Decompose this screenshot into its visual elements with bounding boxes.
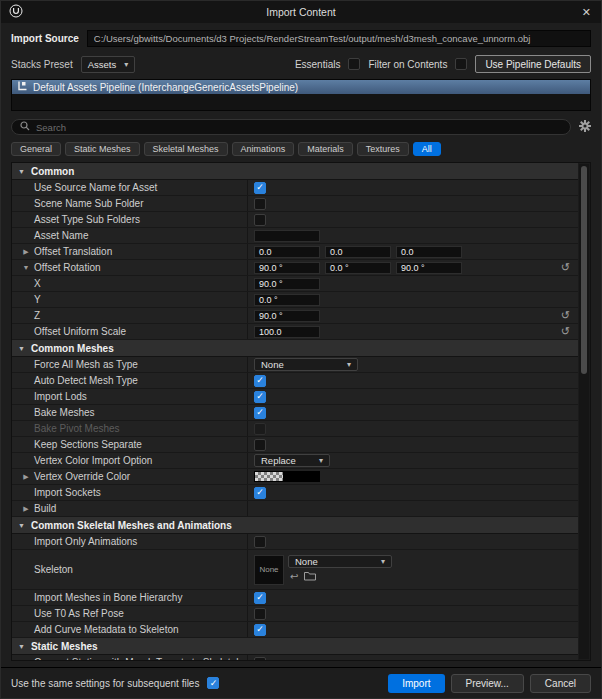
property-grid: ▼ Common Use Source Name for Asset ✓ Sce… [11,162,591,661]
keep-sections-separate-checkbox[interactable]: ✓ [254,439,266,451]
rotation-z-field[interactable]: 90.0 ° [254,310,320,322]
tab-textures[interactable]: Textures [357,142,409,156]
close-icon[interactable]: ✕ [580,6,593,19]
footer-bar: Use the same settings for subsequent fil… [1,667,601,698]
import-content-dialog: Import Content ✕ Import Source Stacks Pr… [0,0,602,699]
check-icon: ✓ [256,183,264,192]
search-icon [20,121,30,133]
scene-name-sub-folder-checkbox[interactable]: ✓ [254,198,266,210]
stacks-preset-dropdown[interactable]: Assets ▾ [81,56,136,73]
property-label: Import Meshes in Bone Hierarchy [34,592,182,603]
rotation-y-field[interactable]: 0.0 ° [254,294,320,306]
vertical-scrollbar[interactable] [579,164,589,659]
import-lods-checkbox[interactable]: ✓ [254,391,266,403]
browse-to-asset-icon[interactable] [304,571,316,583]
section-header-common-meshes[interactable]: ▼ Common Meshes [12,340,578,357]
section-header-static-meshes[interactable]: ▼ Static Meshes [12,638,578,655]
use-t0-as-ref-pose-checkbox[interactable]: ✓ [254,608,266,620]
import-button[interactable]: Import [388,674,444,693]
row-vertex-override-color: ▶Vertex Override Color [12,469,578,485]
offset-rotation-y-field[interactable]: 0.0 ° [325,262,391,274]
row-use-source-name: Use Source Name for Asset ✓ [12,180,578,196]
settings-gear-icon[interactable] [579,120,591,134]
property-label: Skeleton [34,564,73,575]
row-force-all-mesh-as-type: Force All Mesh as Type None ▾ [12,357,578,373]
bake-meshes-checkbox[interactable]: ✓ [254,407,266,419]
row-auto-detect-mesh-type: Auto Detect Mesh Type ✓ [12,373,578,389]
reset-to-default-icon[interactable]: ↺ [561,326,570,337]
expander-open-icon[interactable]: ▼ [18,643,25,650]
offset-translation-z-field[interactable]: 0.0 [396,246,462,258]
property-label: Bake Pivot Meshes [34,423,120,434]
same-settings-checkbox[interactable]: ✓ [207,677,219,689]
row-asset-name: Asset Name [12,228,578,244]
property-label: Keep Sections Separate [34,439,142,450]
row-rotation-z: Z 90.0 ° ↺ [12,308,578,324]
property-label: Build [34,503,56,514]
use-source-name-checkbox[interactable]: ✓ [254,182,266,194]
tab-animations[interactable]: Animations [232,142,295,156]
offset-rotation-x-field[interactable]: 90.0 ° [254,262,320,274]
bake-pivot-meshes-checkbox: ✓ [254,423,266,435]
import-sockets-checkbox[interactable]: ✓ [254,487,266,499]
tab-materials[interactable]: Materials [298,142,353,156]
offset-rotation-z-field[interactable]: 90.0 ° [396,262,462,274]
pipeline-icon [17,81,27,93]
expander-open-icon[interactable]: ▼ [18,522,25,529]
category-tabs: General Static Meshes Skeletal Meshes An… [11,142,591,156]
search-box[interactable] [11,119,571,135]
offset-translation-x-field[interactable]: 0.0 [254,246,320,258]
property-label: Bake Meshes [34,407,95,418]
expander-open-icon[interactable]: ▼ [18,345,25,352]
auto-detect-mesh-type-checkbox[interactable]: ✓ [254,375,266,387]
pipeline-list-item-selected[interactable]: Default Assets Pipeline (InterchangeGene… [12,80,590,94]
import-source-field[interactable] [87,30,591,47]
skeleton-dropdown[interactable]: None ▾ [288,555,392,568]
row-import-meshes-in-bone-hierarchy: Import Meshes in Bone Hierarchy ✓ [12,590,578,606]
dropdown-value: None [295,556,318,567]
vertex-color-import-option-dropdown[interactable]: Replace ▾ [254,454,330,467]
use-selected-asset-icon[interactable]: ↩ [290,572,298,582]
tab-all[interactable]: All [413,142,441,156]
tab-skeletal-meshes[interactable]: Skeletal Meshes [144,142,228,156]
filter-on-contents-checkbox[interactable]: ✓ [455,58,467,70]
rotation-x-field[interactable]: 90.0 ° [254,278,320,290]
reset-to-default-icon[interactable]: ↺ [561,262,570,273]
offset-uniform-scale-field[interactable]: 100.0 [254,326,320,338]
expander-closed-icon[interactable]: ▶ [20,248,32,256]
section-header-skeletal[interactable]: ▼ Common Skeletal Meshes and Animations [12,517,578,534]
scrollbar-thumb[interactable] [581,166,587,374]
import-source-row: Import Source [1,23,601,51]
offset-translation-y-field[interactable]: 0.0 [325,246,391,258]
row-build: ▶Build [12,501,578,517]
expander-open-icon[interactable]: ▼ [20,264,32,271]
import-only-animations-checkbox[interactable]: ✓ [254,536,266,548]
section-header-common[interactable]: ▼ Common [12,163,578,180]
stacks-preset-label: Stacks Preset [11,59,73,70]
force-all-mesh-as-type-dropdown[interactable]: None ▾ [254,358,358,371]
expander-closed-icon[interactable]: ▶ [20,505,32,513]
skeleton-thumbnail[interactable]: None [254,555,284,585]
tab-static-meshes[interactable]: Static Meshes [65,142,140,156]
tab-general[interactable]: General [11,142,61,156]
section-title: Static Meshes [31,641,98,652]
property-label: Y [34,294,41,305]
preview-button[interactable]: Preview... [451,674,524,693]
convert-statics-checkbox[interactable]: ✓ [254,657,266,662]
reset-to-default-icon[interactable]: ↺ [561,310,570,321]
search-input[interactable] [36,122,562,133]
asset-type-sub-folders-checkbox[interactable]: ✓ [254,214,266,226]
add-curve-metadata-to-skeleton-checkbox[interactable]: ✓ [254,624,266,636]
vertex-override-color-swatch[interactable] [254,471,320,482]
use-pipeline-defaults-button[interactable]: Use Pipeline Defaults [475,55,591,73]
import-meshes-in-bone-hierarchy-checkbox[interactable]: ✓ [254,592,266,604]
asset-name-field[interactable] [254,230,320,242]
essentials-checkbox[interactable]: ✓ [348,58,360,70]
expander-closed-icon[interactable]: ▶ [20,473,32,481]
color-solid [283,472,319,481]
search-row [11,119,591,135]
pipeline-list: Default Assets Pipeline (InterchangeGene… [11,79,591,111]
cancel-button[interactable]: Cancel [530,674,591,693]
row-offset-uniform-scale: Offset Uniform Scale 100.0 ↺ [12,324,578,340]
expander-open-icon[interactable]: ▼ [18,168,25,175]
